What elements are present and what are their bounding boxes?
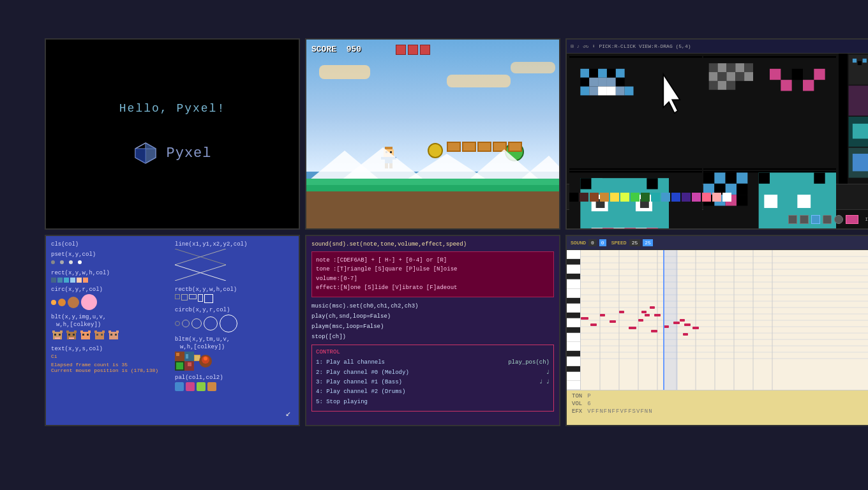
- svg-rect-197: [650, 306, 655, 309]
- sound-note-line: note :[CDEF6AB] + [ H-] + [0-4] or [R]: [316, 256, 550, 265]
- sound-num: 0: [588, 239, 597, 246]
- lives-display: [396, 45, 430, 55]
- api-func-rect: rect(x,y,w,h,col): [51, 270, 170, 276]
- palette-brown[interactable]: [590, 193, 599, 202]
- svg-rect-33: [598, 87, 607, 96]
- palette-hotpink[interactable]: [702, 193, 711, 202]
- api-blt-demo: [51, 329, 170, 342]
- svg-rect-56: [814, 69, 825, 80]
- api-rectb-demo: [175, 294, 294, 303]
- sprite-cell-tl: [569, 56, 702, 170]
- svg-rect-151: [195, 355, 200, 360]
- palette-yellow[interactable]: [610, 193, 619, 202]
- mountains: [306, 144, 559, 182]
- control-5: 5: Stop playing: [316, 397, 507, 407]
- palette-orange[interactable]: [600, 193, 609, 202]
- api-pset-demo: [51, 259, 170, 266]
- svg-rect-77: [737, 173, 747, 184]
- cat-sprite-1: [51, 329, 64, 342]
- svg-rect-121: [73, 334, 75, 336]
- svg-rect-55: [803, 80, 814, 91]
- palette-darkred[interactable]: [580, 193, 588, 202]
- music-toolbar: SOUND 0 0 SPEED 25 25 ▶: [567, 236, 868, 250]
- tool-rect[interactable]: [823, 215, 832, 224]
- svg-rect-118: [66, 330, 69, 333]
- cat-sprite-5: [107, 329, 120, 342]
- piano-keys: [567, 250, 581, 390]
- score-value: 950: [347, 45, 361, 54]
- piano-key-black: [567, 366, 580, 372]
- svg-rect-130: [102, 330, 105, 333]
- svg-rect-188: [629, 327, 636, 329]
- palette-black[interactable]: [569, 193, 578, 202]
- tool-circle[interactable]: [834, 215, 843, 224]
- sound-num-active: 0: [599, 239, 606, 246]
- tool-pencil[interactable]: [800, 215, 809, 224]
- mouse-cursor: ↙: [286, 408, 291, 419]
- cloud: [447, 75, 511, 87]
- tool-fill[interactable]: [811, 215, 820, 224]
- svg-rect-70: [625, 228, 636, 230]
- palette-lightpink[interactable]: [712, 193, 721, 202]
- palette-green[interactable]: [631, 193, 640, 202]
- music-set-line: music(msc).set(ch0,ch1,ch2,ch3): [311, 301, 554, 311]
- svg-rect-54: [792, 69, 803, 80]
- palette-purple[interactable]: [682, 193, 691, 202]
- palette-blue[interactable]: [671, 193, 680, 202]
- sound-label: SOUND: [571, 240, 586, 246]
- control-3: 3: Play channel #1 (Bass): [316, 378, 507, 387]
- svg-rect-182: [664, 250, 678, 390]
- piano-key-black: [567, 327, 580, 333]
- svg-rect-132: [101, 334, 103, 336]
- svg-rect-135: [116, 330, 119, 333]
- svg-rect-48: [744, 72, 753, 81]
- piano-key-white: [567, 342, 580, 351]
- svg-rect-35: [616, 87, 625, 96]
- svg-rect-185: [600, 314, 605, 316]
- tool-special[interactable]: [846, 215, 858, 224]
- svg-rect-51: [726, 81, 735, 90]
- svg-rect-136: [110, 334, 112, 336]
- palette-pink[interactable]: [692, 193, 701, 202]
- svg-rect-109: [853, 154, 868, 171]
- sound-params-box: note :[CDEF6AB] + [ H-] + [0-4] or [R] t…: [311, 251, 554, 297]
- note-grid[interactable]: [581, 250, 868, 390]
- palette-lightblue[interactable]: [661, 193, 670, 202]
- sound-volume-line: volume:[0-7]: [316, 274, 550, 283]
- svg-rect-200: [684, 323, 691, 326]
- svg-rect-34: [607, 87, 616, 96]
- control-box: CONTROL 1: Play all channels 2: Play cha…: [311, 345, 554, 411]
- svg-rect-52: [770, 69, 781, 80]
- svg-rect-147: [176, 362, 183, 369]
- control-items: 1: Play all channels 2: Play channel #0 …: [316, 358, 507, 406]
- palette-white[interactable]: [722, 193, 731, 202]
- note-symbol-1: ♩: [508, 368, 550, 378]
- svg-rect-183: [581, 317, 588, 320]
- svg-rect-75: [714, 173, 725, 184]
- svg-rect-32: [589, 87, 598, 96]
- svg-rect-39: [709, 63, 718, 72]
- svg-rect-45: [718, 72, 727, 81]
- piano-key-white: [567, 372, 580, 381]
- svg-rect-134: [108, 330, 111, 333]
- api-func-rectb: rectb(x,y,w,h,col): [175, 286, 294, 293]
- playm-line: playm(msc,loop=False): [311, 322, 554, 332]
- piano-key-white: [567, 318, 580, 327]
- palette-darkgreen[interactable]: [641, 193, 650, 202]
- svg-marker-4: [135, 149, 146, 163]
- svg-rect-61: [647, 178, 657, 189]
- sprite-thumbnail-panel: [839, 54, 868, 184]
- palette-lime[interactable]: [620, 193, 629, 202]
- sound-tone-line: tone :[T]riangle [S]quare [P]ulse [N]ois…: [316, 265, 550, 274]
- efx-label: EFX: [572, 408, 582, 415]
- music-bottom-row2: VOL 6: [572, 401, 868, 407]
- svg-rect-41: [726, 63, 735, 72]
- piano-key-white: [567, 279, 580, 288]
- grass-top: [306, 185, 559, 191]
- life-block: [396, 45, 406, 55]
- svg-rect-49: [709, 81, 718, 90]
- api-func-pal: pal(col1,col2): [175, 375, 294, 381]
- palette-teal[interactable]: [651, 193, 660, 202]
- tool-select[interactable]: [788, 215, 797, 224]
- piano-key-black: [567, 298, 580, 304]
